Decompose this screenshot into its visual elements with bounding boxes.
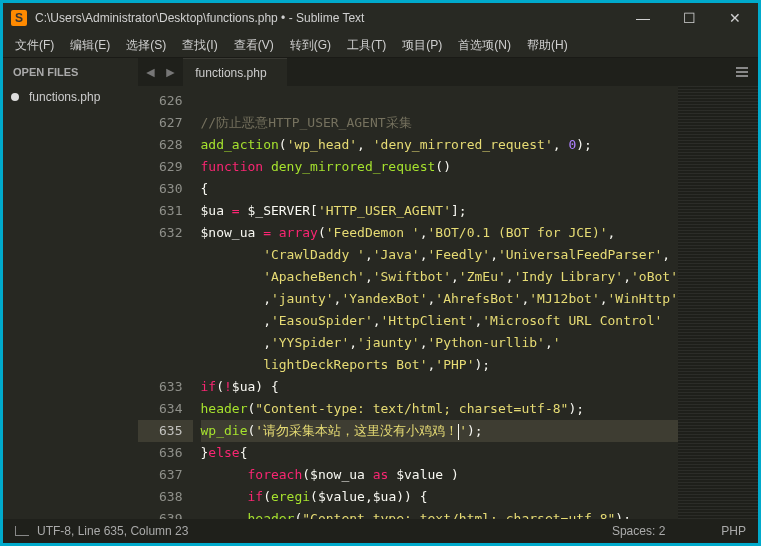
code-line[interactable]: foreach($now_ua as $value ) (201, 464, 678, 486)
sidebar: OPEN FILES functions.php (3, 58, 138, 519)
menubar: 文件(F)编辑(E)选择(S)查找(I)查看(V)转到(G)工具(T)项目(P)… (3, 33, 758, 58)
code-line[interactable]: function deny_mirrored_request() (201, 156, 678, 178)
code-line[interactable]: header("Content-type: text/html; charset… (201, 508, 678, 519)
window-title: C:\Users\Administrator\Desktop\functions… (35, 11, 620, 25)
menu-item-0[interactable]: 文件(F) (7, 34, 62, 57)
menu-item-2[interactable]: 选择(S) (118, 34, 174, 57)
menu-item-3[interactable]: 查找(I) (174, 34, 225, 57)
code-line[interactable]: lightDeckReports Bot','PHP'); (201, 354, 678, 376)
minimize-button[interactable]: — (620, 3, 666, 33)
sidebar-file-label: functions.php (29, 90, 100, 104)
code-line[interactable]: }else{ (201, 442, 678, 464)
tab-menu-button[interactable] (726, 58, 758, 86)
code-line[interactable]: $ua = $_SERVER['HTTP_USER_AGENT']; (201, 200, 678, 222)
tab-functions[interactable]: functions.php (183, 58, 286, 86)
code-line[interactable]: 'ApacheBench','Swiftbot','ZmEu','Indy Li… (201, 266, 678, 288)
menu-item-8[interactable]: 首选项(N) (450, 34, 519, 57)
code-line[interactable]: if(eregi($value,$ua)) { (201, 486, 678, 508)
dirty-indicator-icon (11, 93, 19, 101)
menu-item-6[interactable]: 工具(T) (339, 34, 394, 57)
tab-prev-icon[interactable]: ◄ (144, 64, 158, 80)
hamburger-icon (736, 67, 748, 77)
code-editor[interactable]: //防止恶意HTTP_USER_AGENT采集add_action('wp_he… (193, 86, 678, 519)
menu-item-5[interactable]: 转到(G) (282, 34, 339, 57)
code-line[interactable]: ,'EasouSpider','HttpClient','Microsoft U… (201, 310, 678, 332)
menu-item-1[interactable]: 编辑(E) (62, 34, 118, 57)
code-line[interactable]: wp_die('请勿采集本站，这里没有小鸡鸡！'); (201, 420, 678, 442)
tab-next-icon[interactable]: ► (163, 64, 177, 80)
indent-icon[interactable] (15, 526, 29, 536)
code-line[interactable]: ,'jaunty','YandexBot','AhrefsBot','MJ12b… (201, 288, 678, 310)
menu-item-9[interactable]: 帮助(H) (519, 34, 576, 57)
app-icon: S (11, 10, 27, 26)
sidebar-header: OPEN FILES (3, 58, 138, 86)
status-language[interactable]: PHP (721, 524, 746, 538)
status-spaces[interactable]: Spaces: 2 (612, 524, 665, 538)
sidebar-file[interactable]: functions.php (3, 86, 138, 108)
code-line[interactable]: ,'YYSpider','jaunty','Python-urllib',' (201, 332, 678, 354)
statusbar: UTF-8, Line 635, Column 23 Spaces: 2 PHP (3, 519, 758, 543)
tab-bar: ◄ ► functions.php (138, 58, 758, 86)
titlebar[interactable]: S C:\Users\Administrator\Desktop\functio… (3, 3, 758, 33)
menu-item-4[interactable]: 查看(V) (226, 34, 282, 57)
line-gutter[interactable]: 626627628629630631632 633634635636637638… (138, 86, 193, 519)
menu-item-7[interactable]: 项目(P) (394, 34, 450, 57)
minimap[interactable] (678, 86, 758, 519)
code-line[interactable]: { (201, 178, 678, 200)
code-line[interactable]: if(!$ua) { (201, 376, 678, 398)
tab-label: functions.php (195, 66, 266, 80)
code-line[interactable]: header("Content-type: text/html; charset… (201, 398, 678, 420)
code-line[interactable]: add_action('wp_head', 'deny_mirrored_req… (201, 134, 678, 156)
code-line[interactable]: 'CrawlDaddy ','Java','Feedly','Universal… (201, 244, 678, 266)
status-position[interactable]: UTF-8, Line 635, Column 23 (37, 524, 188, 538)
code-line[interactable] (201, 90, 678, 112)
maximize-button[interactable]: ☐ (666, 3, 712, 33)
code-line[interactable]: //防止恶意HTTP_USER_AGENT采集 (201, 112, 678, 134)
close-button[interactable]: ✕ (712, 3, 758, 33)
code-line[interactable]: $now_ua = array('FeedDemon ','BOT/0.1 (B… (201, 222, 678, 244)
